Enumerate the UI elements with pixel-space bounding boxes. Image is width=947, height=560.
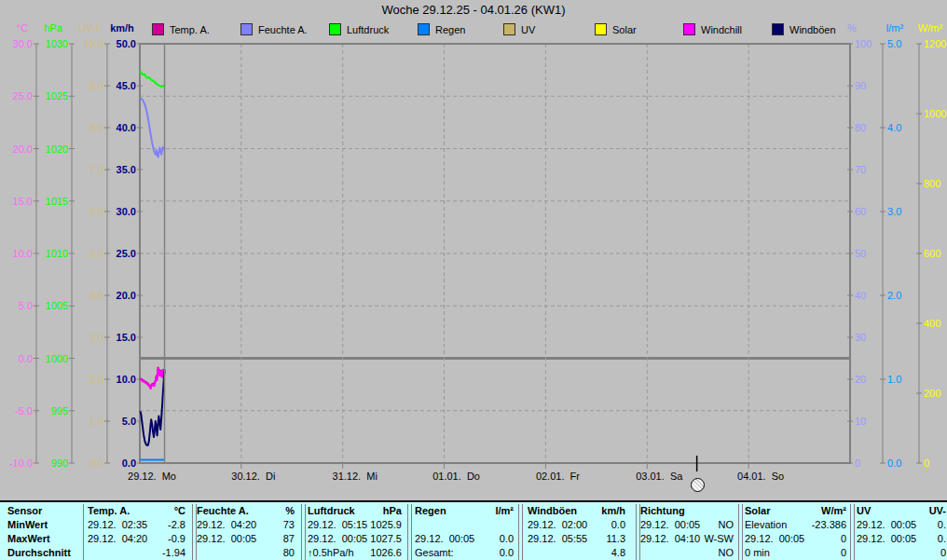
stats-col-header: Regen	[415, 505, 446, 517]
x-axis-day-label: 31.12. Mi	[333, 471, 377, 482]
stats-cell-value: 80	[225, 547, 295, 559]
stats-cell-value: 0.	[876, 533, 946, 545]
stats-cell-value: 1027.5	[332, 533, 402, 545]
stats-col-header: Richtung	[640, 505, 685, 517]
stats-cell-value: 0.0	[444, 547, 514, 559]
x-axis-day-label: 30.12. Di	[231, 471, 275, 482]
stats-cell-value: -0.9	[116, 533, 185, 545]
stats-separator-double	[738, 504, 743, 560]
stats-cell-value: 0	[876, 547, 946, 559]
stats-col-unit: UV-	[890, 505, 946, 517]
series-windchill	[141, 369, 165, 389]
stats-cell-value: 0.	[876, 519, 946, 531]
stats-separator-double	[850, 504, 855, 560]
stats-cell-value: 4.8	[556, 547, 625, 559]
stats-cell-value: NO	[664, 519, 734, 531]
stats-cell-value: -2.8	[116, 519, 185, 531]
timeline-slider-handle[interactable]	[691, 478, 705, 492]
stats-separator-double	[518, 504, 523, 560]
stats-row-label: MaxWert	[7, 533, 50, 545]
stats-col-unit: °C	[130, 505, 185, 517]
stats-col-unit: W/m²	[790, 505, 846, 517]
stats-cell-time: 0 min	[745, 547, 770, 559]
weather-app-window: Woche 29.12.25 - 04.01.26 (KW1) Temp. A.…	[0, 0, 947, 560]
stats-cell-value: W-SW	[664, 533, 734, 545]
stats-cell-value: -1.94	[116, 547, 185, 559]
stats-row-label: Durchschnitt	[7, 547, 71, 559]
stats-cell-value: NO	[664, 547, 734, 559]
stats-separator-double	[407, 504, 412, 560]
x-axis-day-label: 04.01. So	[737, 471, 784, 482]
stats-col-header: UV	[857, 505, 871, 517]
stats-cell-value: 73	[225, 519, 295, 531]
series-luftdruck	[141, 71, 165, 87]
x-axis-day-label: 29.12. Mo	[128, 471, 176, 482]
stats-table: SensorMinWertMaxWertDurchschnittTemp. A.…	[0, 500, 947, 560]
x-axis-day-label: 03.01. Sa	[636, 471, 682, 482]
x-axis-day-label: 02.01. Fr	[536, 471, 580, 482]
stats-cell-value: 11.3	[556, 533, 625, 545]
stats-col-unit: %	[239, 505, 295, 517]
stats-col-header: Temp. A.	[88, 505, 130, 517]
stats-col-unit: l/m²	[458, 505, 514, 517]
stats-cell-value: 0.0	[556, 519, 625, 531]
stats-cell-value: 87	[225, 533, 295, 545]
stats-separator-double	[301, 504, 306, 560]
stats-separator	[83, 504, 84, 560]
stats-cell-value: 0.0	[444, 533, 514, 545]
stats-cell-value: -23.386	[776, 519, 846, 531]
stats-cell-value: 1025.9	[332, 519, 402, 531]
stats-col-header: Solar	[745, 505, 771, 517]
stats-row-label: MinWert	[7, 519, 48, 531]
stats-col-unit: hPa	[346, 505, 402, 517]
stats-cell-value: 0	[776, 533, 846, 545]
stats-col-unit: km/h	[570, 505, 625, 517]
stats-row-label: Sensor	[7, 505, 42, 517]
stats-cell-value: 0	[776, 547, 846, 559]
x-axis-day-label: 01.01. Do	[432, 471, 480, 482]
stats-cell-value: 1026.6	[332, 547, 402, 559]
